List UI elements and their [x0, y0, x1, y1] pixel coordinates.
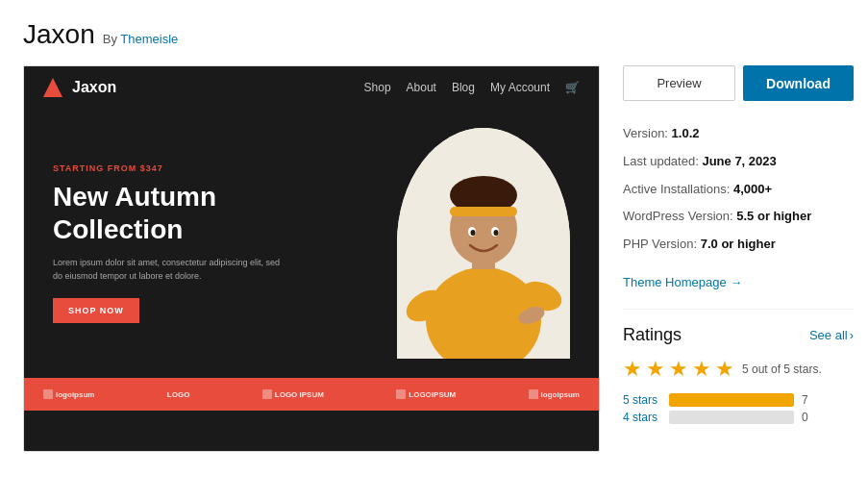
mock-theme-preview: Jaxon Shop About Blog My Account 🛒 — [24, 66, 599, 451]
last-updated-value: June 7, 2023 — [702, 154, 776, 168]
active-installs-label: Active Installations: — [623, 182, 730, 196]
action-buttons: Preview Download — [623, 65, 854, 101]
star-text: 5 out of 5 stars. — [742, 362, 822, 376]
mock-logo-item-5: logoipsum — [529, 389, 580, 399]
mock-nav-shop: Shop — [364, 81, 391, 94]
mock-logo-item-3: LOGO IPSUM — [262, 389, 324, 399]
svg-point-11 — [494, 230, 499, 236]
mock-hero-image — [397, 128, 570, 359]
ratings-section: Ratings See all › ★ ★ ★ ★ ★ 5 out of 5 s… — [623, 309, 854, 424]
mock-hero: STARTING FROM $347 New Autumn Collection… — [24, 109, 599, 378]
svg-point-10 — [471, 230, 476, 236]
rating-bar-fill-5 — [669, 393, 794, 407]
person-svg — [397, 128, 570, 359]
star-4: ★ — [692, 357, 711, 382]
php-version-label: PHP Version: — [623, 237, 697, 251]
php-version-value: 7.0 or higher — [701, 237, 776, 251]
download-button[interactable]: Download — [743, 65, 854, 101]
mock-nav-account: My Account — [490, 81, 550, 94]
star-3: ★ — [669, 357, 688, 382]
stars-row: ★ ★ ★ ★ ★ 5 out of 5 stars. — [623, 357, 854, 382]
mock-logo-item-2: LOGO — [167, 390, 190, 399]
hero-title-line2: Collection — [53, 214, 183, 244]
rating-label-5[interactable]: 5 stars — [623, 393, 661, 407]
rating-bar-row-5: 5 stars 7 — [623, 393, 854, 407]
ratings-title: Ratings — [623, 325, 682, 345]
meta-wp-version: WordPress Version: 5.5 or higher — [623, 203, 854, 231]
meta-php-version: PHP Version: 7.0 or higher — [623, 231, 854, 259]
preview-button[interactable]: Preview — [623, 65, 735, 101]
rating-bar-bg-5 — [669, 393, 794, 407]
mock-logo-item-4: LOGOIPSUM — [396, 389, 456, 399]
mock-hero-title: New Autumn Collection — [53, 181, 378, 245]
mock-logo-item-1: logoipsum — [43, 389, 94, 399]
theme-author: By Themeisle — [103, 32, 179, 46]
version-label: Version: — [623, 126, 668, 140]
star-5: ★ — [715, 357, 734, 382]
mock-logo-icon — [43, 78, 62, 97]
mock-nav-links: Shop About Blog My Account 🛒 — [364, 81, 580, 94]
mock-logos-bar: logoipsum LOGO LOGO IPSUM LOGOIPSUM — [24, 378, 599, 411]
preview-area: Jaxon Shop About Blog My Account 🛒 — [23, 65, 600, 452]
mock-hero-desc: Lorem ipsum dolor sit amet, consectetur … — [53, 257, 378, 283]
mock-logo-text: Jaxon — [72, 79, 116, 96]
rating-count-4: 0 — [802, 411, 813, 424]
ratings-header: Ratings See all › — [623, 325, 854, 345]
main-content: Jaxon Shop About Blog My Account 🛒 — [23, 65, 845, 452]
mock-nav-about: About — [407, 81, 436, 94]
svg-rect-7 — [450, 207, 517, 216]
version-value: 1.0.2 — [672, 126, 700, 140]
meta-last-updated: Last updated: June 7, 2023 — [623, 148, 854, 176]
page-wrapper: Jaxon By Themeisle Jaxon Shop — [0, 0, 868, 471]
rating-bar-row-4: 4 stars 0 — [623, 411, 854, 424]
mock-starting-text: STARTING FROM $347 — [53, 163, 378, 173]
theme-title: Jaxon — [23, 19, 95, 50]
hero-title-line1: New Autumn — [53, 182, 216, 212]
logo-icon-5 — [529, 389, 538, 399]
star-2: ★ — [646, 357, 665, 382]
mock-nav-cart: 🛒 — [565, 81, 580, 94]
author-prefix: By — [103, 32, 117, 46]
theme-title-row: Jaxon By Themeisle — [23, 19, 845, 50]
info-panel: Preview Download Version: 1.0.2 Last upd… — [623, 65, 854, 452]
logo-text-2: LOGO — [167, 390, 190, 399]
wp-version-label: WordPress Version: — [623, 209, 733, 223]
rating-bar-bg-4 — [669, 411, 794, 424]
mock-nav-blog: Blog — [452, 81, 475, 94]
author-link[interactable]: Themeisle — [120, 32, 178, 46]
mock-logo: Jaxon — [43, 78, 116, 97]
mock-nav: Jaxon Shop About Blog My Account 🛒 — [24, 66, 599, 109]
wp-version-value: 5.5 or higher — [736, 209, 811, 223]
see-all-label: See all — [809, 328, 848, 342]
theme-screenshot: Jaxon Shop About Blog My Account 🛒 — [23, 65, 600, 452]
meta-version: Version: 1.0.2 — [623, 120, 854, 148]
star-1: ★ — [623, 357, 642, 382]
rating-label-4[interactable]: 4 stars — [623, 411, 661, 424]
rating-count-5: 7 — [802, 393, 813, 407]
meta-list: Version: 1.0.2 Last updated: June 7, 202… — [623, 120, 854, 259]
mock-shop-now-button[interactable]: SHOP NOW — [53, 298, 139, 323]
theme-homepage-link[interactable]: Theme Homepage → — [623, 275, 742, 289]
logo-icon-1 — [43, 389, 53, 399]
see-all-arrow: › — [850, 328, 854, 342]
last-updated-label: Last updated: — [623, 154, 699, 168]
meta-active-installs: Active Installations: 4,000+ — [623, 176, 854, 204]
mock-hero-text: STARTING FROM $347 New Autumn Collection… — [53, 163, 378, 323]
logo-icon-4 — [396, 389, 406, 399]
see-all-link[interactable]: See all › — [809, 328, 854, 342]
active-installs-value: 4,000+ — [733, 182, 772, 196]
logo-icon-3 — [262, 389, 272, 399]
